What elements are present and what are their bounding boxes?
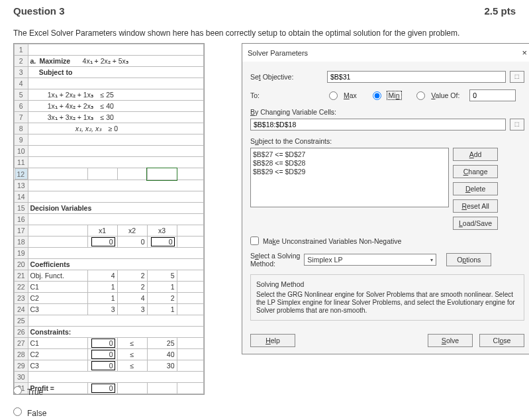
- max-label: Max: [344, 91, 357, 99]
- val-x3[interactable]: 0: [151, 237, 175, 246]
- constraint-item[interactable]: $B$28 <= $D$28: [253, 159, 446, 168]
- setobj-input[interactable]: [327, 71, 506, 83]
- solvingmethod-heading: Solving Method: [256, 280, 518, 288]
- answer-options: True False: [13, 381, 46, 420]
- selmethod-label: Select a SolvingMethod:: [250, 252, 300, 268]
- coeff-r2n: C2: [28, 293, 87, 304]
- range-picker-icon[interactable]: ⬚: [510, 119, 524, 131]
- coeff-r2a: 1: [87, 293, 117, 304]
- coeff-label: Coefficients: [30, 260, 70, 268]
- valueof-input[interactable]: [469, 89, 516, 101]
- prob-subj: Subject to: [39, 68, 73, 76]
- coeff-r0b: 2: [117, 270, 147, 282]
- radio-valueof[interactable]: [416, 91, 425, 100]
- change-button[interactable]: Change: [453, 165, 498, 178]
- prob-obj: 4x₁ + 2x₂ + 5x₃: [83, 57, 128, 65]
- true-label: True: [27, 388, 43, 397]
- crow-0n: C1: [28, 338, 87, 349]
- val-x2[interactable]: 0: [117, 236, 147, 248]
- to-label: To:: [250, 91, 323, 99]
- coeff-r1n: C1: [28, 282, 87, 293]
- crow-1v[interactable]: 0: [91, 350, 115, 359]
- crow-0op: ≤: [117, 338, 147, 349]
- chevron-down-icon: ▾: [430, 257, 433, 263]
- coeff-r0c: 5: [147, 270, 177, 282]
- prob-c1: 1x₁ + 2x₂ + 1x₃: [48, 91, 93, 99]
- bychanging-input[interactable]: [250, 119, 506, 131]
- prob-c2r: ≤ 40: [100, 102, 113, 110]
- cons-label: Constraints:: [30, 328, 72, 336]
- options-button[interactable]: Options: [446, 253, 491, 266]
- coeff-r0a: 4: [87, 270, 117, 282]
- radio-true[interactable]: [13, 386, 22, 395]
- radio-min[interactable]: [373, 91, 381, 100]
- prob-c3r: ≤ 30: [100, 113, 113, 121]
- coeff-r3n: C3: [28, 304, 87, 315]
- crow-2op: ≤: [117, 360, 147, 372]
- radio-false[interactable]: [13, 407, 22, 416]
- crow-0r: 25: [147, 338, 177, 349]
- decvar-label: Decision Variables: [30, 204, 92, 212]
- constraints-list[interactable]: $B$27 <= $D$27 $B$28 <= $D$28 $B$29 <= $…: [250, 148, 449, 207]
- nonneg-checkbox[interactable]: [250, 236, 259, 245]
- solvingmethod-text: Select the GRG Nonlinear engine for Solv…: [256, 291, 518, 315]
- active-cell[interactable]: [147, 168, 177, 180]
- coeff-r2b: 4: [117, 293, 147, 304]
- solver-dialog: Solver Parameters × Set Objective: ⬚ To:…: [242, 43, 529, 354]
- spreadsheet: 1 2a. Maximize 4x₁ + 2x₂ + 5x₃ 3 Subject…: [13, 43, 205, 395]
- method-select[interactable]: Simplex LP ▾: [304, 254, 436, 266]
- coeff-r3c: 1: [147, 304, 177, 315]
- col-x3: x3: [147, 225, 177, 236]
- coeff-r2c: 2: [147, 293, 177, 304]
- nonneg-label: Make Unconstrained Variables Non-Negativ…: [263, 237, 401, 245]
- coeff-r3a: 3: [87, 304, 117, 315]
- question-number: Question 3: [13, 5, 65, 17]
- radio-max[interactable]: [329, 91, 338, 100]
- close-button[interactable]: Close: [479, 334, 524, 347]
- crow-0v[interactable]: 0: [91, 339, 115, 348]
- prob-c4: x₁, x₂, x₃: [75, 125, 101, 132]
- delete-button[interactable]: Delete: [453, 182, 498, 195]
- col-x1: x1: [87, 225, 117, 236]
- crow-1n: C2: [28, 349, 87, 360]
- valueof-label: Value Of:: [431, 91, 459, 99]
- range-picker-icon[interactable]: ⬚: [510, 71, 524, 83]
- min-label: Min: [387, 91, 401, 99]
- solve-button[interactable]: Solve: [428, 334, 473, 347]
- subjcon-label: Subject to the Constraints:: [250, 137, 524, 145]
- profit-val[interactable]: 0: [91, 384, 115, 393]
- add-button[interactable]: Add: [453, 148, 498, 161]
- coeff-r1c: 1: [147, 282, 177, 293]
- dialog-title: Solver Parameters: [248, 49, 308, 57]
- constraint-item[interactable]: $B$29 <= $D$29: [253, 168, 446, 176]
- setobj-label: Set Objective:: [250, 73, 323, 81]
- val-x1[interactable]: 0: [91, 237, 115, 246]
- coeff-r1b: 2: [117, 282, 147, 293]
- col-x2: x2: [117, 225, 147, 236]
- constraint-item[interactable]: $B$27 <= $D$27: [253, 150, 446, 159]
- crow-2r: 30: [147, 360, 177, 372]
- prob-a: a.: [30, 57, 36, 65]
- method-value: Simplex LP: [307, 256, 342, 264]
- prob-c1r: ≤ 25: [100, 91, 113, 99]
- loadsave-button[interactable]: Load/Save: [453, 217, 498, 230]
- bychanging-label: By Changing Variable Cells:: [250, 108, 524, 116]
- prob-c3: 3x₁ + 3x₂ + 1x₃: [48, 113, 93, 121]
- prob-max: Maximize: [40, 57, 71, 65]
- coeff-r3b: 3: [117, 304, 147, 315]
- crow-1r: 40: [147, 349, 177, 360]
- coeff-r1a: 1: [87, 282, 117, 293]
- coeff-r0n: Obj. Funct.: [28, 270, 87, 282]
- crow-1op: ≤: [117, 349, 147, 360]
- question-prompt: The Excel Solver Parameters window shown…: [13, 25, 516, 43]
- prob-c2: 1x₁ + 4x₂ + 2x₃: [48, 102, 93, 110]
- false-label: False: [27, 409, 46, 418]
- help-button[interactable]: Help: [250, 334, 295, 347]
- resetall-button[interactable]: Reset All: [453, 199, 498, 213]
- crow-2v[interactable]: 0: [91, 361, 115, 370]
- crow-2n: C3: [28, 360, 87, 372]
- prob-c4r: ≥ 0: [109, 125, 119, 132]
- question-points: 2.5 pts: [484, 5, 516, 17]
- close-icon[interactable]: ×: [522, 48, 527, 58]
